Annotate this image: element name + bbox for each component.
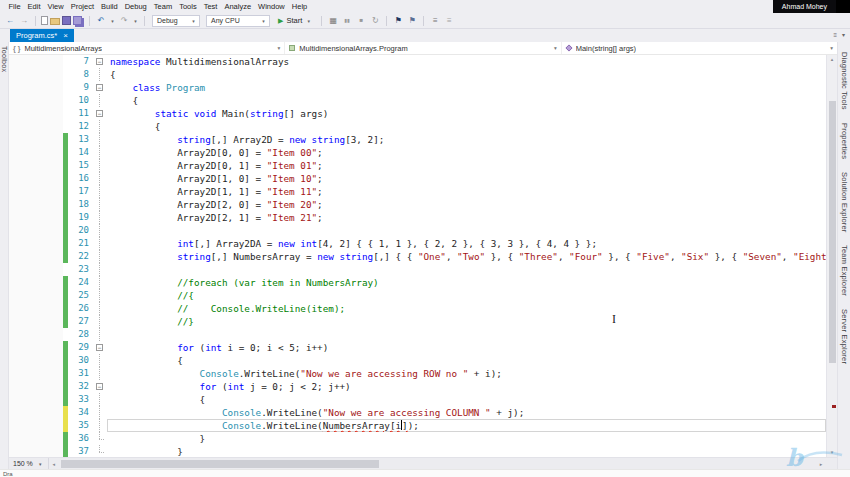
code-text[interactable]: //foreach (var item in NumbersArray) <box>107 276 826 289</box>
navigate-forward-icon[interactable]: → <box>18 13 30 28</box>
code-text[interactable]: Array2D[1, 1] = "Item 11"; <box>107 185 826 198</box>
menu-item-tools[interactable]: Tools <box>176 2 201 11</box>
collapse-region-icon[interactable]: − <box>96 383 103 390</box>
close-icon[interactable]: × <box>63 29 68 42</box>
code-text[interactable]: //{ <box>107 289 826 302</box>
breakpoint-margin[interactable] <box>9 172 63 185</box>
menu-item-build[interactable]: Build <box>98 2 122 11</box>
code-text[interactable]: Array2D[2, 1] = "Item 21"; <box>107 211 826 224</box>
bookmark-flag-icon[interactable]: ⚑ <box>392 13 404 28</box>
code-text[interactable]: } <box>107 445 826 457</box>
vertical-scrollbar[interactable]: ▴ ▾ <box>826 55 837 457</box>
breakpoint-margin[interactable] <box>9 406 63 419</box>
panel-tab-server-explorer[interactable]: Server Explorer <box>840 309 849 364</box>
menu-item-help[interactable]: Help <box>288 2 310 11</box>
code-text[interactable]: Array2D[0, 0] = "Item 00"; <box>107 146 826 159</box>
undo-icon[interactable]: ↶ <box>95 13 107 28</box>
code-text[interactable]: static void Main(string[] args) <box>107 107 826 120</box>
breakpoint-margin[interactable] <box>9 211 63 224</box>
breakpoint-margin[interactable] <box>9 354 63 367</box>
code-text[interactable] <box>107 263 826 276</box>
breakpoint-margin[interactable] <box>9 237 63 250</box>
menu-item-analyze[interactable]: Analyze <box>221 2 255 11</box>
redo-dropdown-icon[interactable]: ▾ <box>132 18 139 24</box>
panel-tab-team-explorer[interactable]: Team Explorer <box>840 245 849 296</box>
code-text[interactable]: Array2D[2, 0] = "Item 20"; <box>107 198 826 211</box>
scroll-left-icon[interactable]: ◂ <box>49 461 59 467</box>
code-text[interactable]: Array2D[1, 0] = "Item 10"; <box>107 172 826 185</box>
window-list-icon[interactable]: ≡ <box>833 29 837 42</box>
collapse-region-icon[interactable]: − <box>96 58 103 65</box>
code-text[interactable]: for (int i = 0; i < 5; i++) <box>107 341 826 354</box>
line-tools-icon[interactable]: ≡ <box>429 13 441 28</box>
zoom-control[interactable]: 150 % ▾ <box>9 458 49 470</box>
breakpoint-margin[interactable] <box>9 94 63 107</box>
breakpoint-margin[interactable] <box>9 224 63 237</box>
code-text[interactable]: { <box>107 393 826 406</box>
breakpoint-margin[interactable] <box>9 133 63 146</box>
collapse-region-icon[interactable]: − <box>96 110 103 117</box>
scroll-up-icon[interactable]: ▴ <box>827 55 837 64</box>
code-text[interactable]: Array2D[0, 1] = "Item 01"; <box>107 159 826 172</box>
breakpoint-margin[interactable] <box>9 68 63 81</box>
menu-item-debug[interactable]: Debug <box>121 2 150 11</box>
pause-icon[interactable]: ▮▮ <box>341 13 353 28</box>
breakpoint-margin[interactable] <box>9 250 63 263</box>
menu-item-team[interactable]: Team <box>150 2 175 11</box>
breakpoint-margin[interactable] <box>9 328 63 341</box>
save-icon[interactable] <box>62 16 71 25</box>
menu-item-project[interactable]: Project <box>67 2 97 11</box>
code-text[interactable]: //} <box>107 315 826 328</box>
solution-configuration-dropdown[interactable]: Debug ▾ <box>152 15 200 27</box>
breakpoint-margin[interactable] <box>9 445 63 457</box>
code-text[interactable]: { <box>107 68 826 81</box>
code-text[interactable]: namespace MultidimensionalArrays <box>107 55 826 68</box>
code-text[interactable]: Console.WriteLine("Now we are accessing … <box>107 406 826 419</box>
breakpoint-margin[interactable] <box>9 302 63 315</box>
redo-icon[interactable]: ↷ <box>118 13 130 28</box>
breakpoint-margin[interactable] <box>9 315 63 328</box>
breakpoint-margin[interactable] <box>9 393 63 406</box>
undo-dropdown-icon[interactable]: ▾ <box>109 18 116 24</box>
panel-tab-solution-explorer[interactable]: Solution Explorer <box>840 172 849 233</box>
horizontal-scrollbar[interactable] <box>59 458 816 470</box>
code-text[interactable] <box>107 224 826 237</box>
menu-item-window[interactable]: Window <box>255 2 289 11</box>
code-text[interactable]: Console.WriteLine(NumbersArray[i]); <box>107 419 826 432</box>
breakpoint-margin[interactable] <box>9 289 63 302</box>
breakpoint-margin[interactable] <box>9 341 63 354</box>
collapse-region-icon[interactable]: − <box>96 84 103 91</box>
solution-platform-dropdown[interactable]: Any CPU ▾ <box>206 15 270 27</box>
code-text[interactable] <box>107 328 826 341</box>
stop-icon[interactable]: ■ <box>355 13 367 28</box>
build-icon[interactable]: ▦ <box>327 13 339 28</box>
comment-tools-icon[interactable]: ≡ <box>443 13 455 28</box>
code-lines[interactable]: 7−namespace MultidimensionalArrays8{9− c… <box>9 55 826 457</box>
breakpoint-margin[interactable] <box>9 276 63 289</box>
breakpoint-margin[interactable] <box>9 198 63 211</box>
breadcrumb-item-class[interactable]: MultidimensionalArrays.Program▾ <box>284 42 560 54</box>
code-text[interactable]: string[,] Array2D = new string[3, 2]; <box>107 133 826 146</box>
breakpoint-margin[interactable] <box>9 380 63 393</box>
code-text[interactable]: // Console.WriteLine(item); <box>107 302 826 315</box>
breakpoint-margin[interactable] <box>9 367 63 380</box>
menu-item-edit[interactable]: Edit <box>24 2 44 11</box>
code-text[interactable]: { <box>107 94 826 107</box>
restart-icon[interactable]: ↻ <box>369 13 381 28</box>
tab-program-cs[interactable]: Program.cs* × <box>10 29 74 42</box>
menu-item-file[interactable]: File <box>5 2 24 11</box>
code-text[interactable]: { <box>107 354 826 367</box>
menu-item-test[interactable]: Test <box>200 2 221 11</box>
horizontal-scrollbar-thumb[interactable] <box>61 460 379 468</box>
breakpoint-margin[interactable] <box>9 432 63 445</box>
tab-list-dropdown-icon[interactable]: ▾ <box>842 29 845 42</box>
chevron-down-icon[interactable]: ▾ <box>554 45 557 51</box>
bookmark-flag-secondary-icon[interactable]: ⚑ <box>406 13 418 28</box>
code-text[interactable]: for (int j = 0; j < 2; j++) <box>107 380 826 393</box>
code-text[interactable]: { <box>107 120 826 133</box>
collapse-region-icon[interactable]: − <box>96 344 103 351</box>
vertical-scrollbar-thumb[interactable] <box>829 101 836 363</box>
breakpoint-margin[interactable] <box>9 185 63 198</box>
save-all-icon[interactable] <box>73 16 82 25</box>
breakpoint-margin[interactable] <box>9 159 63 172</box>
